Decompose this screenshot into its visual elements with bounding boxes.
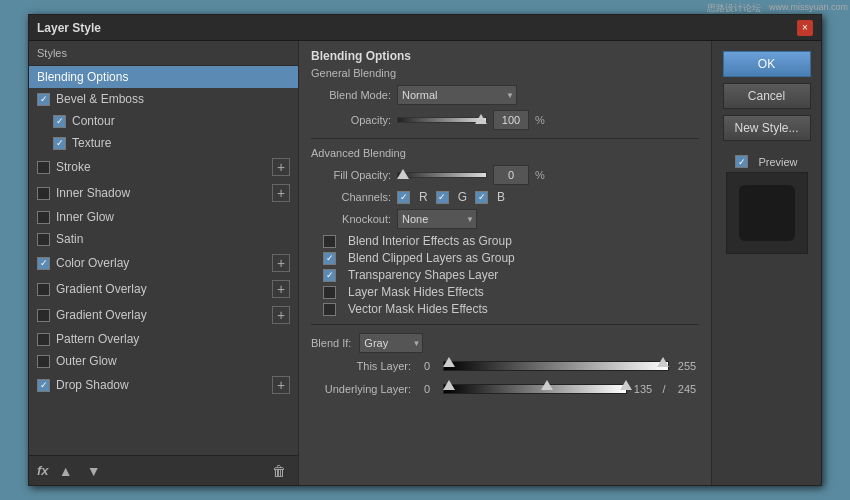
- channel-b-checkbox[interactable]: [475, 191, 488, 204]
- channel-r-checkbox[interactable]: [397, 191, 410, 204]
- transparency-shapes-checkbox[interactable]: [323, 269, 336, 282]
- new-style-button[interactable]: New Style...: [723, 115, 811, 141]
- opacity-slider-container[interactable]: [397, 113, 487, 127]
- fill-opacity-slider-handle[interactable]: [397, 169, 409, 179]
- sidebar-item-color-overlay[interactable]: Color Overlay +: [29, 250, 298, 276]
- blend-clipped-layers-checkbox[interactable]: [323, 252, 336, 265]
- vector-mask-checkbox[interactable]: [323, 303, 336, 316]
- texture-checkbox[interactable]: [53, 137, 66, 150]
- gradient-overlay-1-add-button[interactable]: +: [272, 280, 290, 298]
- this-layer-label: This Layer:: [311, 360, 411, 372]
- inner-shadow-checkbox[interactable]: [37, 187, 50, 200]
- layer-effects-label: Layer Mask Hides Effects: [348, 285, 484, 299]
- sidebar-item-inner-shadow[interactable]: Inner Shadow +: [29, 180, 298, 206]
- pattern-overlay-checkbox[interactable]: [37, 333, 50, 346]
- stroke-add-button[interactable]: +: [272, 158, 290, 176]
- close-button[interactable]: ×: [797, 20, 813, 36]
- channels-row: Channels: R G B: [311, 190, 699, 204]
- preview-canvas: [726, 172, 808, 254]
- outer-glow-checkbox[interactable]: [37, 355, 50, 368]
- opacity-row: Opacity: 100 %: [311, 110, 699, 130]
- channel-b-item: B: [475, 190, 505, 204]
- opacity-slider-track: [397, 117, 487, 123]
- layer-effects-checkbox[interactable]: [323, 286, 336, 299]
- sidebar-item-stroke[interactable]: Stroke +: [29, 154, 298, 180]
- color-overlay-add-button[interactable]: +: [272, 254, 290, 272]
- fill-opacity-unit: %: [535, 169, 545, 181]
- sidebar-item-drop-shadow[interactable]: Drop Shadow +: [29, 372, 298, 398]
- blend-interior-group-checkbox[interactable]: [323, 235, 336, 248]
- blend-if-select[interactable]: Gray Red Green Blue: [359, 333, 423, 353]
- sidebar-item-pattern-overlay[interactable]: Pattern Overlay: [29, 328, 298, 350]
- sidebar-item-label: Gradient Overlay: [56, 308, 147, 322]
- dialog-body: Styles Blending Options Bevel & Emboss C…: [29, 41, 821, 485]
- satin-checkbox[interactable]: [37, 233, 50, 246]
- knockout-select[interactable]: None Shallow Deep: [397, 209, 477, 229]
- left-panel: Styles Blending Options Bevel & Emboss C…: [29, 41, 299, 485]
- sidebar-item-texture[interactable]: Texture: [29, 132, 298, 154]
- opacity-label: Opacity:: [311, 114, 391, 126]
- sidebar-item-label: Drop Shadow: [56, 378, 129, 392]
- inner-shadow-add-button[interactable]: +: [272, 184, 290, 202]
- fill-opacity-input[interactable]: 0: [493, 165, 529, 185]
- channel-g-label: G: [458, 190, 467, 204]
- cancel-button[interactable]: Cancel: [723, 83, 811, 109]
- fx-down-button[interactable]: ▼: [83, 460, 105, 482]
- contour-checkbox[interactable]: [53, 115, 66, 128]
- sidebar-item-gradient-overlay-2[interactable]: Gradient Overlay +: [29, 302, 298, 328]
- underlying-layer-handle-mid-right[interactable]: [620, 380, 632, 390]
- underlying-layer-slider-container[interactable]: [443, 380, 627, 398]
- fill-opacity-slider-track: [397, 172, 487, 178]
- this-layer-handle-left[interactable]: [443, 357, 455, 367]
- sidebar-item-outer-glow[interactable]: Outer Glow: [29, 350, 298, 372]
- this-layer-handle-right[interactable]: [657, 357, 669, 367]
- this-layer-slider-container[interactable]: [443, 357, 669, 375]
- knockout-row: Knockout: None Shallow Deep: [311, 209, 699, 229]
- sidebar-item-label: Color Overlay: [56, 256, 129, 270]
- bevel-emboss-checkbox[interactable]: [37, 93, 50, 106]
- preview-checkbox[interactable]: [735, 155, 748, 168]
- opacity-input[interactable]: 100: [493, 110, 529, 130]
- drop-shadow-checkbox[interactable]: [37, 379, 50, 392]
- sidebar-item-label: Outer Glow: [56, 354, 117, 368]
- fx-up-button[interactable]: ▲: [55, 460, 77, 482]
- blending-options-title: Blending Options: [311, 49, 699, 63]
- vector-mask-label: Vector Mask Hides Effects: [348, 302, 488, 316]
- blend-mode-label: Blend Mode:: [311, 89, 391, 101]
- gradient-overlay-2-add-button[interactable]: +: [272, 306, 290, 324]
- underlying-layer-handle-mid-left[interactable]: [541, 380, 553, 390]
- preview-inner: [739, 185, 795, 241]
- inner-glow-checkbox[interactable]: [37, 211, 50, 224]
- sidebar-item-bevel-emboss[interactable]: Bevel & Emboss: [29, 88, 298, 110]
- sidebar-item-label: Blending Options: [37, 70, 128, 84]
- sidebar-item-contour[interactable]: Contour: [29, 110, 298, 132]
- sidebar-item-inner-glow[interactable]: Inner Glow: [29, 206, 298, 228]
- channel-g-checkbox[interactable]: [436, 191, 449, 204]
- this-layer-slider-track: [443, 361, 669, 371]
- styles-list: Blending Options Bevel & Emboss Contour …: [29, 66, 298, 455]
- opacity-slider-handle[interactable]: [475, 114, 487, 124]
- ok-button[interactable]: OK: [723, 51, 811, 77]
- gradient-overlay-2-checkbox[interactable]: [37, 309, 50, 322]
- general-blending-title: General Blending: [311, 67, 699, 79]
- sidebar-item-gradient-overlay-1[interactable]: Gradient Overlay +: [29, 276, 298, 302]
- gradient-overlay-1-checkbox[interactable]: [37, 283, 50, 296]
- title-bar: Layer Style ×: [29, 15, 821, 41]
- transparency-shapes-label: Transparency Shapes Layer: [348, 268, 498, 282]
- blend-mode-select[interactable]: Normal Dissolve Multiply Screen Overlay: [397, 85, 517, 105]
- underlying-layer-sep: /: [659, 383, 669, 395]
- channels-checkboxes: R G B: [397, 190, 505, 204]
- color-overlay-checkbox[interactable]: [37, 257, 50, 270]
- sidebar-item-blending-options[interactable]: Blending Options: [29, 66, 298, 88]
- fill-opacity-row: Fill Opacity: 0 %: [311, 165, 699, 185]
- blend-mode-select-wrapper: Normal Dissolve Multiply Screen Overlay: [397, 85, 517, 105]
- stroke-checkbox[interactable]: [37, 161, 50, 174]
- sidebar-item-satin[interactable]: Satin: [29, 228, 298, 250]
- opacity-unit: %: [535, 114, 545, 126]
- blend-if-label: Blend If:: [311, 337, 351, 349]
- drop-shadow-add-button[interactable]: +: [272, 376, 290, 394]
- layer-effects-row: Layer Mask Hides Effects: [319, 285, 699, 299]
- underlying-layer-handle-left[interactable]: [443, 380, 455, 390]
- fill-opacity-slider-container[interactable]: [397, 168, 487, 182]
- fx-trash-button[interactable]: 🗑: [268, 460, 290, 482]
